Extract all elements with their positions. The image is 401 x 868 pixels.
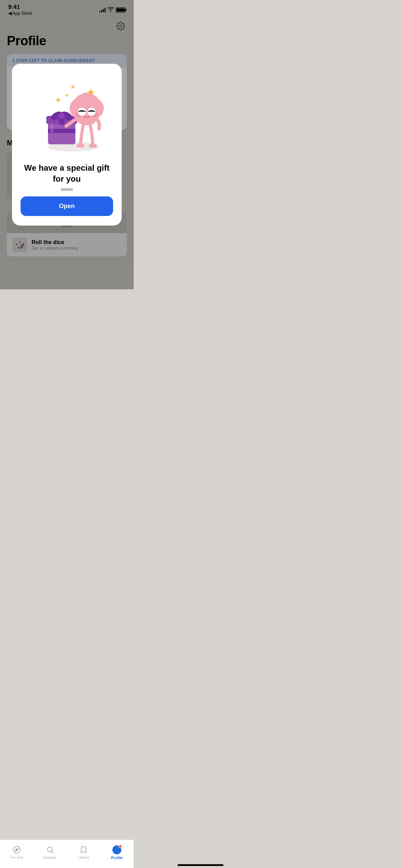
gift-illustration [22,76,111,155]
modal-overlay[interactable]: We have a special gift for you Open [0,0,134,289]
svg-marker-10 [56,97,61,103]
svg-point-25 [78,93,96,110]
svg-rect-19 [50,123,53,133]
modal-progress-dot [61,188,73,191]
svg-marker-8 [71,84,75,89]
open-gift-button[interactable]: Open [21,196,113,216]
modal-illustration [12,64,122,160]
svg-point-31 [89,144,97,148]
svg-point-18 [59,113,65,119]
modal-title: We have a special gift for you [12,160,122,185]
svg-point-9 [65,94,68,97]
modal-card: We have a special gift for you Open [12,64,122,225]
svg-point-30 [76,144,85,148]
